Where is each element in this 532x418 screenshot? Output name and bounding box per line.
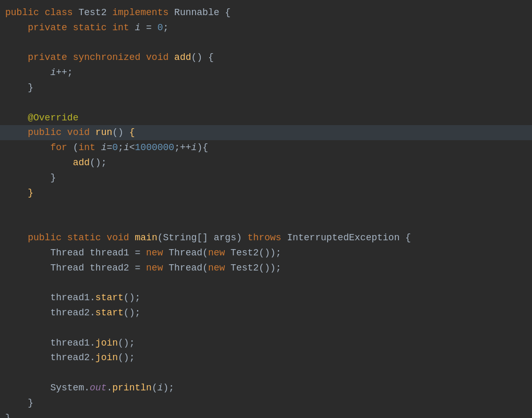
token: void (106, 232, 135, 243)
token (5, 232, 28, 243)
token: main (135, 232, 157, 243)
token: System. (5, 383, 90, 393)
token: (); (90, 157, 106, 168)
line-content: Thread thread1 = new Thread(new Test2())… (5, 245, 522, 261)
line-content: i++; (5, 65, 522, 80)
code-line (0, 35, 532, 51)
token: } (5, 82, 33, 93)
token: } (5, 398, 33, 408)
token: ; (118, 142, 124, 153)
code-line: Thread thread1 = new Thread(new Test2())… (0, 245, 532, 261)
line-content: public void run() { (5, 125, 522, 140)
code-lines: public class Test2 implements Runnable {… (0, 5, 532, 418)
token: implements (112, 7, 174, 18)
line-content (5, 321, 522, 336)
line-content: public static void main(String[] args) t… (5, 230, 522, 245)
line-content: } (5, 186, 522, 201)
token: new (208, 263, 231, 273)
token (5, 142, 50, 153)
code-line: } (0, 411, 532, 418)
token: ++; (56, 67, 72, 78)
token: ); (163, 383, 175, 393)
code-line: add(); (0, 155, 532, 170)
token: i (158, 383, 163, 393)
token: } (5, 173, 56, 183)
token: new (146, 263, 168, 273)
code-line: private synchronized void add() { (0, 50, 532, 65)
code-line: Thread thread2 = new Thread(new Test2())… (0, 261, 532, 276)
token: = (106, 142, 112, 153)
token: = (140, 22, 157, 33)
token: join (95, 352, 118, 363)
token: i (135, 22, 140, 33)
token: . (106, 383, 112, 393)
token: public (28, 232, 67, 243)
token (5, 127, 28, 138)
code-line: } (0, 186, 532, 201)
code-line: thread1.join(); (0, 336, 532, 351)
line-content (5, 35, 522, 51)
line-content: thread2.start(); (5, 305, 522, 321)
token: i (191, 142, 197, 153)
code-line: } (0, 170, 532, 186)
token: new (146, 248, 168, 258)
line-content: thread1.join(); (5, 336, 522, 351)
code-line: public void run() { (0, 125, 532, 140)
code-line: public class Test2 implements Runnable { (0, 5, 532, 20)
line-content: private static int i = 0; (5, 20, 522, 35)
line-content (5, 275, 522, 290)
code-line: thread1.start(); (0, 290, 532, 305)
code-line (0, 365, 532, 380)
token: Test2()); (231, 248, 281, 258)
token: ;++ (174, 142, 191, 153)
code-line (0, 200, 532, 215)
token: Thread thread2 = (5, 263, 146, 273)
line-content: add(); (5, 155, 522, 170)
token: void (146, 52, 174, 63)
token: < (129, 142, 135, 153)
token: InterruptedException { (287, 232, 411, 243)
token: public (5, 7, 45, 18)
token: Test2 (78, 7, 112, 18)
token: private (5, 22, 73, 33)
line-content: thread1.start(); (5, 290, 522, 305)
token: (String[] args) (158, 232, 248, 243)
token: (); (124, 292, 140, 303)
line-content: thread2.join(); (5, 350, 522, 365)
code-line (0, 215, 532, 230)
token: thread2. (5, 352, 95, 363)
token: () { (191, 52, 213, 63)
token: for (50, 142, 72, 153)
token: start (95, 308, 124, 318)
code-line: } (0, 80, 532, 95)
token: { (129, 127, 135, 138)
code-line: private static int i = 0; (0, 20, 532, 35)
line-content: } (5, 411, 522, 418)
token: () (112, 127, 129, 138)
token: i (124, 142, 129, 153)
line-content: private synchronized void add() { (5, 50, 522, 65)
code-line: thread2.start(); (0, 305, 532, 321)
line-content: Thread thread2 = new Thread(new Test2())… (5, 261, 522, 276)
token: add (73, 157, 90, 168)
code-line (0, 321, 532, 336)
token: 0 (158, 22, 163, 33)
token: (); (124, 308, 140, 318)
token: @Override (28, 113, 78, 123)
token: Test2()); (231, 263, 281, 273)
code-line: i++; (0, 65, 532, 80)
line-content (5, 200, 522, 215)
token: { (225, 7, 231, 18)
token: (); (118, 338, 135, 348)
line-content: public class Test2 implements Runnable { (5, 5, 522, 20)
token: throws (248, 232, 287, 243)
code-line (0, 275, 532, 290)
token: ( (152, 383, 158, 393)
line-content: } (5, 80, 522, 95)
token: 0 (112, 142, 118, 153)
line-content (5, 365, 522, 380)
line-content: for (int i=0;i<1000000;++i){ (5, 140, 522, 155)
token: Runnable (174, 7, 225, 18)
token: void (67, 127, 95, 138)
token: println (112, 383, 152, 393)
